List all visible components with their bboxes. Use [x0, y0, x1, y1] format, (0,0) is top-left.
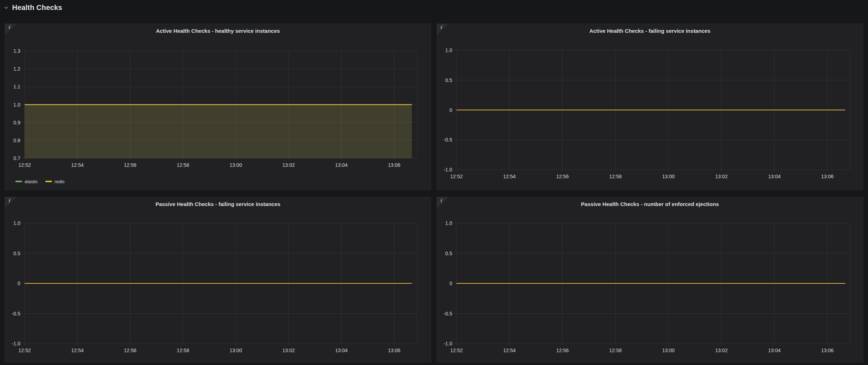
x-axis-label: 12:56 — [556, 348, 569, 353]
y-axis-label: 0.5 — [445, 77, 453, 83]
x-axis-label: 13:00 — [662, 174, 675, 179]
x-axis-label: 12:54 — [503, 174, 516, 179]
x-axis-label: 13:04 — [768, 348, 781, 353]
x-axis-label: 12:54 — [71, 348, 84, 353]
row-title: Health Checks — [12, 4, 62, 12]
x-axis-label: 12:58 — [609, 174, 622, 179]
panel-title[interactable]: Passive Health Checks - number of enforc… — [437, 197, 863, 207]
x-axis-label: 13:00 — [230, 348, 242, 353]
legend-item-elastic[interactable]: elastic — [15, 179, 38, 184]
panel-active-health-checks-failing: i Active Health Checks - failing service… — [436, 24, 863, 190]
panel-active-health-checks-healthy: i Active Health Checks - healthy service… — [5, 24, 431, 190]
chart-active-failing[interactable]: 1.00.50-0.5-1.012:5212:5412:5612:5813:00… — [437, 24, 863, 190]
x-axis-label: 13:02 — [282, 348, 295, 353]
y-axis-label: 0.9 — [14, 120, 21, 125]
x-axis-label: 13:00 — [662, 348, 675, 353]
x-axis-label: 13:04 — [768, 174, 781, 179]
y-axis-label: 0.8 — [14, 138, 21, 143]
legend-label: redis — [55, 179, 65, 184]
x-axis-label: 12:58 — [609, 348, 622, 353]
chevron-down-icon — [4, 5, 9, 10]
legend: elasticredis — [15, 178, 65, 185]
y-axis-label: 1.1 — [14, 84, 21, 89]
x-axis-label: 12:52 — [18, 162, 31, 168]
x-axis-label: 12:52 — [450, 348, 463, 353]
x-axis-label: 13:04 — [335, 162, 348, 168]
x-axis-label: 12:52 — [18, 348, 31, 353]
panel-title[interactable]: Active Health Checks - failing service i… — [437, 24, 863, 34]
x-axis-label: 12:58 — [177, 162, 189, 168]
x-axis-label: 13:02 — [715, 174, 727, 179]
x-axis-label: 12:56 — [556, 174, 569, 179]
x-axis-label: 12:54 — [71, 162, 84, 168]
y-axis-label: 1.0 — [14, 102, 21, 108]
panel-info-corner[interactable] — [5, 197, 16, 209]
x-axis-label: 12:56 — [124, 162, 137, 168]
legend-label: elastic — [25, 179, 38, 184]
panel-info-corner[interactable] — [5, 24, 16, 35]
legend-swatch — [45, 181, 52, 182]
panel-info-corner[interactable] — [437, 24, 448, 35]
y-axis-label: 1.3 — [14, 48, 21, 54]
y-axis-label: 0.7 — [14, 155, 21, 161]
y-axis-label: 0 — [17, 281, 20, 286]
x-axis-label: 13:00 — [230, 162, 242, 168]
y-axis-label: -1.0 — [444, 341, 452, 346]
y-axis-label: -0.5 — [12, 311, 20, 317]
panel-title[interactable]: Active Health Checks - healthy service i… — [5, 24, 431, 34]
x-axis-label: 12:56 — [124, 348, 137, 353]
panel-info-corner[interactable] — [437, 197, 448, 209]
x-axis-label: 12:52 — [450, 174, 463, 179]
y-axis-label: 1.0 — [14, 220, 21, 226]
y-axis-label: 1.2 — [14, 66, 21, 72]
chart-active-healthy[interactable]: 1.31.21.11.00.90.80.712:5212:5412:5612:5… — [5, 24, 431, 190]
y-axis-label: 0 — [449, 107, 452, 113]
y-axis-label: 0.5 — [445, 251, 453, 256]
y-axis-label: -0.5 — [444, 137, 452, 143]
x-axis-label: 13:02 — [715, 348, 727, 353]
row-header-health-checks[interactable]: Health Checks — [4, 3, 62, 12]
y-axis-label: -0.5 — [444, 311, 452, 317]
panel-passive-health-checks-ejections: i Passive Health Checks - number of enfo… — [436, 197, 863, 363]
panel-title[interactable]: Passive Health Checks - failing service … — [5, 197, 431, 207]
x-axis-label: 13:02 — [282, 162, 295, 168]
y-axis-label: 1.0 — [445, 47, 453, 53]
x-axis-label: 13:04 — [335, 348, 348, 353]
chart-passive-ejections[interactable]: 1.00.50-0.5-1.012:5212:5412:5612:5813:00… — [437, 197, 863, 362]
x-axis-label: 13:06 — [821, 174, 834, 179]
y-axis-label: 0 — [449, 281, 452, 286]
x-axis-label: 13:06 — [388, 162, 400, 168]
series-fill — [25, 105, 412, 159]
x-axis-label: 13:06 — [388, 348, 400, 353]
panel-passive-health-checks-failing: i Passive Health Checks - failing servic… — [5, 197, 431, 363]
legend-swatch — [15, 181, 22, 182]
y-axis-label: -1.0 — [444, 167, 452, 173]
y-axis-label: -1.0 — [12, 341, 20, 346]
x-axis-label: 12:58 — [177, 348, 189, 353]
chart-passive-failing[interactable]: 1.00.50-0.5-1.012:5212:5412:5612:5813:00… — [5, 197, 431, 362]
dashboard: Health Checks i Active Health Checks - h… — [0, 0, 868, 365]
x-axis-label: 12:54 — [503, 348, 516, 353]
x-axis-label: 13:06 — [821, 348, 834, 353]
y-axis-label: 0.5 — [14, 251, 21, 256]
y-axis-label: 1.0 — [445, 220, 453, 226]
legend-item-redis[interactable]: redis — [45, 179, 65, 184]
